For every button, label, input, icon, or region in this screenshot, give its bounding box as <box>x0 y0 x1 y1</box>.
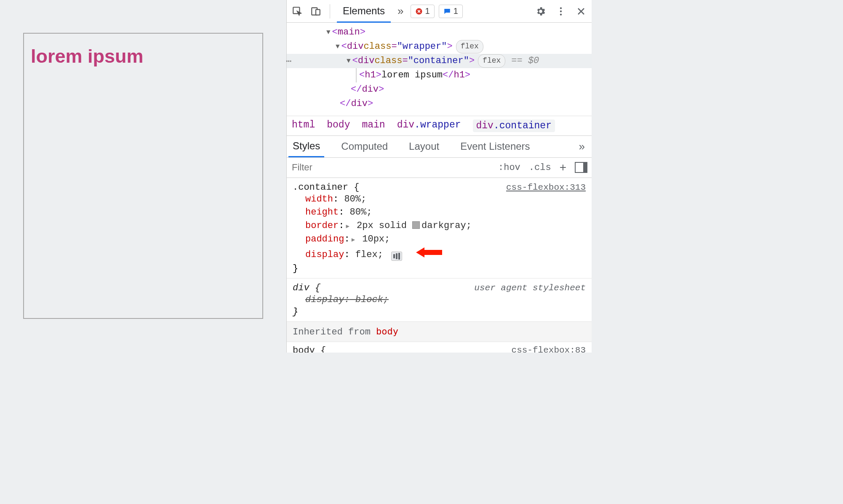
color-swatch[interactable] <box>412 221 420 229</box>
breadcrumb[interactable]: html body main div.wrapper div.container <box>287 116 592 136</box>
kebab-menu-icon[interactable] <box>554 4 568 19</box>
subtab-event-listeners[interactable]: Event Listeners <box>456 136 534 157</box>
rule-close: } <box>293 263 586 274</box>
preview-heading: lorem ipsum <box>28 38 146 314</box>
dom-close-container[interactable]: </div> <box>287 82 592 97</box>
device-toggle-icon[interactable] <box>309 4 323 19</box>
dom-close-wrapper[interactable]: </div> <box>287 97 592 111</box>
devtools-toolbar: Elements » 1 1 <box>287 0 592 23</box>
message-badge[interactable]: 1 <box>439 5 463 18</box>
crumb-html[interactable]: html <box>292 119 315 132</box>
flex-badge[interactable]: flex <box>478 54 505 68</box>
svg-point-6 <box>560 13 562 15</box>
subtab-computed[interactable]: Computed <box>337 136 392 157</box>
crumb-body[interactable]: body <box>327 119 350 132</box>
svg-point-4 <box>560 7 562 9</box>
svg-rect-2 <box>316 9 320 15</box>
rule-source-link[interactable]: css-flexbox:83 <box>512 345 586 353</box>
new-rule-icon[interactable]: + <box>555 161 571 174</box>
hov-toggle[interactable]: :hov <box>494 162 525 173</box>
rule-body[interactable]: body { css-flexbox:83 <box>287 342 592 353</box>
rule-container[interactable]: .container { css-flexbox:313 width: 80%;… <box>287 178 592 279</box>
styles-panel: .container { css-flexbox:313 width: 80%;… <box>287 178 592 353</box>
crumb-wrapper[interactable]: div.wrapper <box>397 119 461 132</box>
more-tabs-icon[interactable]: » <box>395 5 406 18</box>
rule-source-ua: user agent stylesheet <box>474 283 586 293</box>
crumb-container[interactable]: div.container <box>473 119 555 132</box>
rule-close: } <box>293 307 586 317</box>
flex-editor-icon[interactable] <box>391 252 402 261</box>
error-count: 1 <box>425 6 430 16</box>
message-count: 1 <box>454 6 458 16</box>
error-badge[interactable]: 1 <box>411 5 435 18</box>
rule-div-ua[interactable]: div { user agent stylesheet display: blo… <box>287 279 592 322</box>
tab-elements[interactable]: Elements <box>337 0 391 23</box>
more-subtabs-icon[interactable]: » <box>574 140 590 153</box>
svg-point-5 <box>560 10 562 12</box>
toggle-sidebar-icon[interactable] <box>575 162 587 173</box>
page-preview: lorem ipsum <box>0 0 286 353</box>
subtab-styles[interactable]: Styles <box>288 136 324 157</box>
dom-node-h1[interactable]: <h1>lorem ipsum</h1> <box>287 68 592 82</box>
cls-toggle[interactable]: .cls <box>525 162 555 173</box>
styles-filter-row: :hov .cls + <box>287 158 592 178</box>
rule-source-link[interactable]: css-flexbox:313 <box>506 183 586 192</box>
crumb-main[interactable]: main <box>362 119 385 132</box>
subtab-layout[interactable]: Layout <box>405 136 443 157</box>
dom-node-container[interactable]: ▼<div class="container">flex== $0 <box>287 54 592 68</box>
styles-subtabs: Styles Computed Layout Event Listeners » <box>287 136 592 158</box>
inspect-icon[interactable] <box>290 4 304 19</box>
styles-filter-input[interactable] <box>287 162 494 173</box>
dom-node-main[interactable]: ▼<main> <box>287 25 592 40</box>
settings-icon[interactable] <box>534 4 548 19</box>
close-icon[interactable] <box>574 4 588 19</box>
toolbar-separator <box>330 4 330 19</box>
container-box: lorem ipsum <box>23 33 263 319</box>
dom-node-wrapper[interactable]: ▼<div class="wrapper">flex <box>287 40 592 54</box>
selected-marker: == $0 <box>511 54 539 68</box>
rule-selector[interactable]: .container { <box>293 182 359 193</box>
dom-tree[interactable]: ▼<main> ▼<div class="wrapper">flex ▼<div… <box>287 23 592 116</box>
inherited-from-row: Inherited from body <box>287 322 592 342</box>
devtools-pane: Elements » 1 1 ▼<main> ▼<div class <box>286 0 592 353</box>
rule-selector[interactable]: div { <box>293 283 320 293</box>
flex-badge[interactable]: flex <box>456 40 483 53</box>
red-arrow-annotation <box>416 246 442 263</box>
